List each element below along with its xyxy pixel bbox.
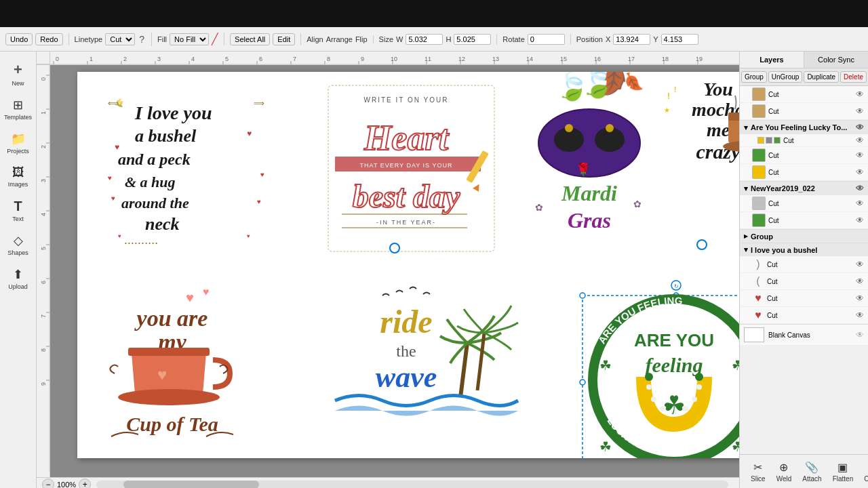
layer-eye-lucky1[interactable]: 👁 <box>856 136 864 145</box>
svg-text:⟸: ⟸ <box>108 99 119 107</box>
group-newyear-eye[interactable]: 👁 <box>856 184 864 193</box>
layer-eye-lucky3[interactable]: 👁 <box>856 167 864 177</box>
slice-icon: ✂ <box>753 461 762 474</box>
layer-item-cut2[interactable]: Cut 👁 <box>740 103 868 120</box>
undo-button[interactable]: Undo <box>5 33 33 45</box>
layer-group-group-header[interactable]: ▸ Group <box>740 230 868 243</box>
layer-group-bushel-header[interactable]: ▾ I love you a bushel <box>740 243 868 256</box>
group-lucky-eye[interactable]: 👁 <box>856 123 864 132</box>
linetype-info-btn[interactable]: ? <box>138 33 146 46</box>
layer-eye-bushel1[interactable]: 👁 <box>856 260 864 269</box>
blank-canvas-item[interactable]: Blank Canvas 👁 <box>740 325 868 346</box>
layer-name-bushel3: Cut <box>767 295 853 302</box>
scroll-thumb-h[interactable] <box>123 481 259 489</box>
layer-eye-bushel3[interactable]: 👁 <box>856 293 864 303</box>
position-label: Position <box>576 35 603 43</box>
resize-handle-bottom[interactable] <box>389 243 400 253</box>
layer-item-lucky3[interactable]: Cut 👁 <box>740 164 868 181</box>
contour-button[interactable]: ◉ Contour <box>859 458 868 485</box>
svg-text:wave: wave <box>376 361 437 394</box>
svg-text:Mardi: Mardi <box>561 181 617 205</box>
height-input[interactable] <box>454 34 491 45</box>
flatten-button[interactable]: ▣ Flatten <box>827 458 859 485</box>
svg-text:8: 8 <box>40 348 47 352</box>
layer-thumb-ny1 <box>752 197 766 210</box>
layer-eye-bushel4[interactable]: 👁 <box>856 310 864 320</box>
position-group: Position X Y <box>576 34 704 45</box>
tab-layers[interactable]: Layers <box>740 52 804 68</box>
layer-name-ny1: Cut <box>768 200 853 207</box>
svg-text:neck: neck <box>145 214 180 234</box>
layer-group-lucky-header[interactable]: ▾ Are You Feeling Lucky To... 👁 <box>740 121 868 134</box>
svg-text:🍂: 🍂 <box>592 72 646 104</box>
canvas-area[interactable]: 0 1 2 3 4 5 6 <box>37 52 739 488</box>
redo-button[interactable]: Redo <box>35 33 62 45</box>
duplicate-button[interactable]: Duplicate <box>804 71 839 83</box>
layer-item-bushel4[interactable]: ♥ Cut 👁 <box>740 307 868 324</box>
slice-button[interactable]: ✂ Slice <box>745 458 771 485</box>
layer-item-bushel1[interactable]: ) Cut 👁 <box>740 256 868 273</box>
x-input[interactable] <box>613 34 650 45</box>
canvas-svg: 🌾 ⟸ I love you a bushel and a peck & a h… <box>77 72 739 458</box>
layer-item-bushel3[interactable]: ♥ Cut 👁 <box>740 290 868 307</box>
tab-color-sync[interactable]: Color Sync <box>804 52 868 68</box>
layer-group-newyear-header[interactable]: ▾ NewYear2019_022 👁 <box>740 182 868 195</box>
svg-text:-IN THE YEAR-: -IN THE YEAR- <box>376 219 436 226</box>
layer-eye-ny2[interactable]: 👁 <box>856 216 864 225</box>
zoom-out-button[interactable]: − <box>42 479 54 489</box>
select-all-button[interactable]: Select All <box>230 33 270 45</box>
svg-text:☘: ☘ <box>663 391 686 420</box>
resize-handle-right[interactable] <box>696 239 707 250</box>
delete-button[interactable]: Delete <box>840 71 867 83</box>
layer-item-lucky2[interactable]: Cut 👁 <box>740 147 868 164</box>
layer-eye-2[interactable]: 👁 <box>856 106 864 116</box>
sidebar-item-upload[interactable]: ⬆ Upload <box>2 263 35 294</box>
svg-text:Cup of Tea: Cup of Tea <box>126 413 218 435</box>
svg-text:2: 2 <box>40 145 47 148</box>
y-input[interactable] <box>661 34 698 45</box>
sidebar-item-shapes[interactable]: ◇ Shapes <box>2 229 35 260</box>
svg-text:♥: ♥ <box>118 233 121 239</box>
layer-eye-lucky2[interactable]: 👁 <box>856 150 864 160</box>
edit-button[interactable]: Edit <box>273 33 295 45</box>
weld-icon: ⊕ <box>779 461 788 474</box>
sidebar-item-text[interactable]: T Text <box>2 195 35 226</box>
sidebar-item-new[interactable]: + New <box>2 57 35 91</box>
weld-button[interactable]: ⊕ Weld <box>771 458 797 485</box>
sidebar-item-templates[interactable]: ⊞ Templates <box>2 94 35 125</box>
layer-item-ny2[interactable]: Cut 👁 <box>740 212 868 229</box>
layer-eye-bushel2[interactable]: 👁 <box>856 277 864 286</box>
fill-select[interactable]: No Fill <box>170 33 209 45</box>
sidebar-item-images[interactable]: 🖼 Images <box>2 161 35 192</box>
group-label: Group <box>751 232 773 241</box>
svg-text:7: 7 <box>293 56 296 62</box>
linetype-select[interactable]: Cut <box>105 33 135 45</box>
main-canvas[interactable]: 🌾 ⟸ I love you a bushel and a peck & a h… <box>50 65 739 477</box>
width-input[interactable] <box>406 34 443 45</box>
svg-text:19: 19 <box>696 56 703 62</box>
layer-eye-ny1[interactable]: 👁 <box>856 199 864 208</box>
rotate-input[interactable] <box>528 34 565 45</box>
ungroup-button[interactable]: UnGroup <box>768 71 803 83</box>
zoom-in-button[interactable]: + <box>79 479 91 489</box>
svg-rect-130 <box>583 296 739 458</box>
group-button[interactable]: Group <box>741 71 767 83</box>
layer-thumb-bushel4: ♥ <box>752 308 764 322</box>
svg-text:♥: ♥ <box>247 233 250 239</box>
layer-item-cut1[interactable]: Cut 👁 <box>740 86 868 103</box>
sidebar-item-projects[interactable]: 📁 Projects <box>2 127 35 159</box>
layer-eye-1[interactable]: 👁 <box>856 89 864 99</box>
layer-item-ny1[interactable]: Cut 👁 <box>740 195 868 212</box>
scroll-track-h[interactable] <box>96 481 728 489</box>
svg-text:♥: ♥ <box>108 174 112 182</box>
layer-item-bushel2[interactable]: ( Cut 👁 <box>740 273 868 290</box>
blank-canvas-eye[interactable]: 👁 <box>856 330 864 340</box>
svg-text:feeling: feeling <box>646 354 703 376</box>
sidebar-item-templates-label: Templates <box>4 114 32 121</box>
attach-button[interactable]: 📎 Attach <box>797 458 827 485</box>
svg-point-148 <box>651 396 656 402</box>
layer-thumb-bushel2: ( <box>752 274 764 288</box>
layer-item-lucky1[interactable]: Cut 👁 <box>740 134 868 147</box>
align-label: Align <box>307 35 323 43</box>
svg-point-152 <box>692 396 697 402</box>
